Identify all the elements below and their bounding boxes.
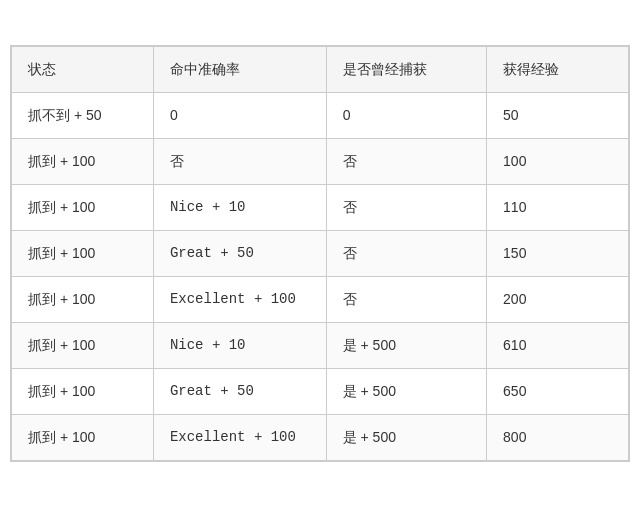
cell-accuracy-5: Nice + 10 <box>153 322 326 368</box>
cell-status-2: 抓到 + 100 <box>12 184 154 230</box>
header-exp: 获得经验 <box>487 46 629 92</box>
table-row: 抓到 + 100Great + 50是 + 500650 <box>12 368 629 414</box>
cell-accuracy-1: 否 <box>153 138 326 184</box>
cell-exp-0: 50 <box>487 92 629 138</box>
table-row: 抓到 + 100Nice + 10是 + 500610 <box>12 322 629 368</box>
cell-status-4: 抓到 + 100 <box>12 276 154 322</box>
cell-status-1: 抓到 + 100 <box>12 138 154 184</box>
cell-exp-6: 650 <box>487 368 629 414</box>
cell-captured-3: 否 <box>326 230 486 276</box>
cell-accuracy-6: Great + 50 <box>153 368 326 414</box>
table-row: 抓到 + 100Nice + 10否110 <box>12 184 629 230</box>
cell-captured-7: 是 + 500 <box>326 414 486 460</box>
header-status: 状态 <box>12 46 154 92</box>
table-row: 抓到 + 100Excellent + 100否200 <box>12 276 629 322</box>
table-header-row: 状态 命中准确率 是否曾经捕获 获得经验 <box>12 46 629 92</box>
cell-accuracy-7: Excellent + 100 <box>153 414 326 460</box>
cell-exp-4: 200 <box>487 276 629 322</box>
data-table: 状态 命中准确率 是否曾经捕获 获得经验 抓不到 + 500050抓到 + 10… <box>11 46 629 461</box>
cell-captured-0: 0 <box>326 92 486 138</box>
cell-status-7: 抓到 + 100 <box>12 414 154 460</box>
cell-status-6: 抓到 + 100 <box>12 368 154 414</box>
cell-exp-7: 800 <box>487 414 629 460</box>
cell-exp-3: 150 <box>487 230 629 276</box>
table-row: 抓到 + 100否否100 <box>12 138 629 184</box>
cell-captured-6: 是 + 500 <box>326 368 486 414</box>
main-table-container: 状态 命中准确率 是否曾经捕获 获得经验 抓不到 + 500050抓到 + 10… <box>10 45 630 462</box>
cell-accuracy-3: Great + 50 <box>153 230 326 276</box>
cell-captured-1: 否 <box>326 138 486 184</box>
cell-accuracy-4: Excellent + 100 <box>153 276 326 322</box>
table-row: 抓不到 + 500050 <box>12 92 629 138</box>
cell-exp-2: 110 <box>487 184 629 230</box>
cell-status-0: 抓不到 + 50 <box>12 92 154 138</box>
cell-captured-4: 否 <box>326 276 486 322</box>
cell-exp-5: 610 <box>487 322 629 368</box>
cell-captured-5: 是 + 500 <box>326 322 486 368</box>
cell-exp-1: 100 <box>487 138 629 184</box>
cell-accuracy-0: 0 <box>153 92 326 138</box>
table-row: 抓到 + 100Excellent + 100是 + 500800 <box>12 414 629 460</box>
header-captured: 是否曾经捕获 <box>326 46 486 92</box>
cell-status-3: 抓到 + 100 <box>12 230 154 276</box>
cell-captured-2: 否 <box>326 184 486 230</box>
header-accuracy: 命中准确率 <box>153 46 326 92</box>
cell-status-5: 抓到 + 100 <box>12 322 154 368</box>
table-row: 抓到 + 100Great + 50否150 <box>12 230 629 276</box>
cell-accuracy-2: Nice + 10 <box>153 184 326 230</box>
